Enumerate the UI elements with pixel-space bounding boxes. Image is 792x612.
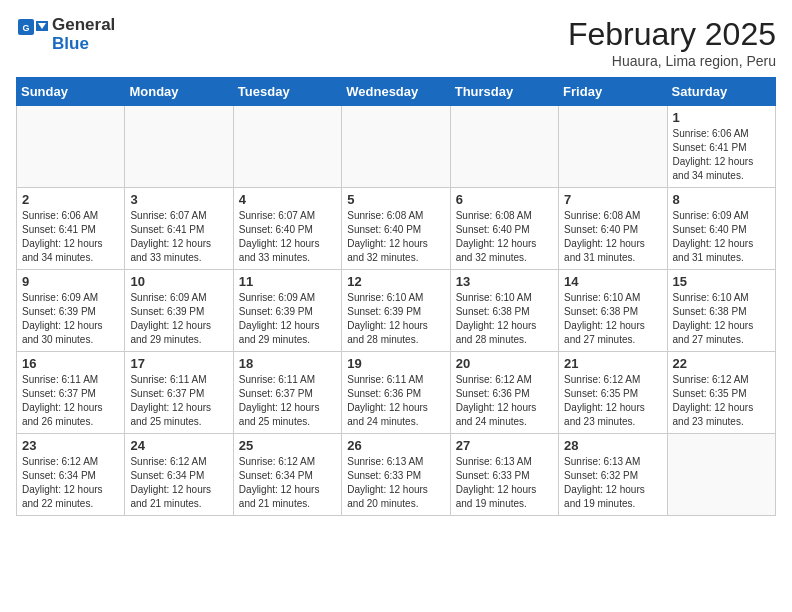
day-number: 23 (22, 438, 119, 453)
logo-text-block: General Blue (52, 16, 115, 53)
day-number: 17 (130, 356, 227, 371)
day-info: Sunrise: 6:11 AM Sunset: 6:37 PM Dayligh… (22, 373, 119, 429)
day-number: 8 (673, 192, 770, 207)
logo-icon: G (16, 17, 52, 53)
day-number: 27 (456, 438, 553, 453)
logo-blue-text: Blue (52, 35, 115, 54)
day-number: 20 (456, 356, 553, 371)
day-number: 16 (22, 356, 119, 371)
page-header: G General Blue February 2025 Huaura, Lim… (16, 16, 776, 69)
day-info: Sunrise: 6:13 AM Sunset: 6:33 PM Dayligh… (456, 455, 553, 511)
day-number: 3 (130, 192, 227, 207)
day-info: Sunrise: 6:10 AM Sunset: 6:38 PM Dayligh… (456, 291, 553, 347)
day-number: 10 (130, 274, 227, 289)
day-info: Sunrise: 6:13 AM Sunset: 6:33 PM Dayligh… (347, 455, 444, 511)
calendar-cell (233, 106, 341, 188)
day-info: Sunrise: 6:10 AM Sunset: 6:39 PM Dayligh… (347, 291, 444, 347)
calendar-week-row: 23Sunrise: 6:12 AM Sunset: 6:34 PM Dayli… (17, 434, 776, 516)
calendar-week-row: 2Sunrise: 6:06 AM Sunset: 6:41 PM Daylig… (17, 188, 776, 270)
calendar-cell: 22Sunrise: 6:12 AM Sunset: 6:35 PM Dayli… (667, 352, 775, 434)
day-number: 5 (347, 192, 444, 207)
calendar-cell: 10Sunrise: 6:09 AM Sunset: 6:39 PM Dayli… (125, 270, 233, 352)
day-info: Sunrise: 6:08 AM Sunset: 6:40 PM Dayligh… (456, 209, 553, 265)
weekday-header-thursday: Thursday (450, 78, 558, 106)
day-number: 28 (564, 438, 661, 453)
day-number: 1 (673, 110, 770, 125)
day-info: Sunrise: 6:13 AM Sunset: 6:32 PM Dayligh… (564, 455, 661, 511)
day-info: Sunrise: 6:08 AM Sunset: 6:40 PM Dayligh… (347, 209, 444, 265)
day-number: 19 (347, 356, 444, 371)
day-info: Sunrise: 6:12 AM Sunset: 6:34 PM Dayligh… (239, 455, 336, 511)
day-number: 9 (22, 274, 119, 289)
calendar-cell: 8Sunrise: 6:09 AM Sunset: 6:40 PM Daylig… (667, 188, 775, 270)
weekday-header-monday: Monday (125, 78, 233, 106)
calendar-cell: 16Sunrise: 6:11 AM Sunset: 6:37 PM Dayli… (17, 352, 125, 434)
day-info: Sunrise: 6:12 AM Sunset: 6:34 PM Dayligh… (22, 455, 119, 511)
day-info: Sunrise: 6:09 AM Sunset: 6:39 PM Dayligh… (130, 291, 227, 347)
day-number: 15 (673, 274, 770, 289)
calendar-week-row: 1Sunrise: 6:06 AM Sunset: 6:41 PM Daylig… (17, 106, 776, 188)
calendar-cell: 25Sunrise: 6:12 AM Sunset: 6:34 PM Dayli… (233, 434, 341, 516)
calendar-cell: 21Sunrise: 6:12 AM Sunset: 6:35 PM Dayli… (559, 352, 667, 434)
svg-text:G: G (22, 23, 29, 33)
day-info: Sunrise: 6:11 AM Sunset: 6:36 PM Dayligh… (347, 373, 444, 429)
day-number: 2 (22, 192, 119, 207)
day-info: Sunrise: 6:12 AM Sunset: 6:35 PM Dayligh… (673, 373, 770, 429)
title-block: February 2025 Huaura, Lima region, Peru (568, 16, 776, 69)
calendar-cell: 6Sunrise: 6:08 AM Sunset: 6:40 PM Daylig… (450, 188, 558, 270)
weekday-header-friday: Friday (559, 78, 667, 106)
day-number: 12 (347, 274, 444, 289)
weekday-header-saturday: Saturday (667, 78, 775, 106)
calendar-cell: 17Sunrise: 6:11 AM Sunset: 6:37 PM Dayli… (125, 352, 233, 434)
day-number: 14 (564, 274, 661, 289)
calendar-cell: 12Sunrise: 6:10 AM Sunset: 6:39 PM Dayli… (342, 270, 450, 352)
calendar-cell (17, 106, 125, 188)
calendar-cell: 28Sunrise: 6:13 AM Sunset: 6:32 PM Dayli… (559, 434, 667, 516)
day-info: Sunrise: 6:10 AM Sunset: 6:38 PM Dayligh… (564, 291, 661, 347)
calendar-cell: 1Sunrise: 6:06 AM Sunset: 6:41 PM Daylig… (667, 106, 775, 188)
weekday-header-row: SundayMondayTuesdayWednesdayThursdayFrid… (17, 78, 776, 106)
day-number: 26 (347, 438, 444, 453)
calendar-table: SundayMondayTuesdayWednesdayThursdayFrid… (16, 77, 776, 516)
day-info: Sunrise: 6:07 AM Sunset: 6:41 PM Dayligh… (130, 209, 227, 265)
day-info: Sunrise: 6:06 AM Sunset: 6:41 PM Dayligh… (22, 209, 119, 265)
calendar-cell (342, 106, 450, 188)
calendar-cell: 15Sunrise: 6:10 AM Sunset: 6:38 PM Dayli… (667, 270, 775, 352)
calendar-week-row: 16Sunrise: 6:11 AM Sunset: 6:37 PM Dayli… (17, 352, 776, 434)
weekday-header-tuesday: Tuesday (233, 78, 341, 106)
calendar-cell: 13Sunrise: 6:10 AM Sunset: 6:38 PM Dayli… (450, 270, 558, 352)
day-info: Sunrise: 6:11 AM Sunset: 6:37 PM Dayligh… (130, 373, 227, 429)
logo: G General Blue (16, 16, 115, 53)
day-number: 18 (239, 356, 336, 371)
calendar-cell: 14Sunrise: 6:10 AM Sunset: 6:38 PM Dayli… (559, 270, 667, 352)
day-number: 24 (130, 438, 227, 453)
day-info: Sunrise: 6:10 AM Sunset: 6:38 PM Dayligh… (673, 291, 770, 347)
calendar-cell: 4Sunrise: 6:07 AM Sunset: 6:40 PM Daylig… (233, 188, 341, 270)
logo-general-text: General (52, 16, 115, 35)
calendar-cell: 2Sunrise: 6:06 AM Sunset: 6:41 PM Daylig… (17, 188, 125, 270)
calendar-cell: 20Sunrise: 6:12 AM Sunset: 6:36 PM Dayli… (450, 352, 558, 434)
calendar-cell (559, 106, 667, 188)
day-info: Sunrise: 6:12 AM Sunset: 6:34 PM Dayligh… (130, 455, 227, 511)
day-number: 13 (456, 274, 553, 289)
day-info: Sunrise: 6:09 AM Sunset: 6:39 PM Dayligh… (239, 291, 336, 347)
calendar-cell (125, 106, 233, 188)
weekday-header-sunday: Sunday (17, 78, 125, 106)
calendar-cell: 23Sunrise: 6:12 AM Sunset: 6:34 PM Dayli… (17, 434, 125, 516)
day-info: Sunrise: 6:09 AM Sunset: 6:39 PM Dayligh… (22, 291, 119, 347)
calendar-cell (667, 434, 775, 516)
calendar-cell (450, 106, 558, 188)
day-number: 25 (239, 438, 336, 453)
day-number: 11 (239, 274, 336, 289)
calendar-cell: 19Sunrise: 6:11 AM Sunset: 6:36 PM Dayli… (342, 352, 450, 434)
day-info: Sunrise: 6:12 AM Sunset: 6:36 PM Dayligh… (456, 373, 553, 429)
calendar-cell: 26Sunrise: 6:13 AM Sunset: 6:33 PM Dayli… (342, 434, 450, 516)
calendar-cell: 5Sunrise: 6:08 AM Sunset: 6:40 PM Daylig… (342, 188, 450, 270)
day-number: 22 (673, 356, 770, 371)
calendar-title: February 2025 (568, 16, 776, 53)
weekday-header-wednesday: Wednesday (342, 78, 450, 106)
day-number: 7 (564, 192, 661, 207)
calendar-location: Huaura, Lima region, Peru (568, 53, 776, 69)
calendar-cell: 3Sunrise: 6:07 AM Sunset: 6:41 PM Daylig… (125, 188, 233, 270)
day-info: Sunrise: 6:11 AM Sunset: 6:37 PM Dayligh… (239, 373, 336, 429)
